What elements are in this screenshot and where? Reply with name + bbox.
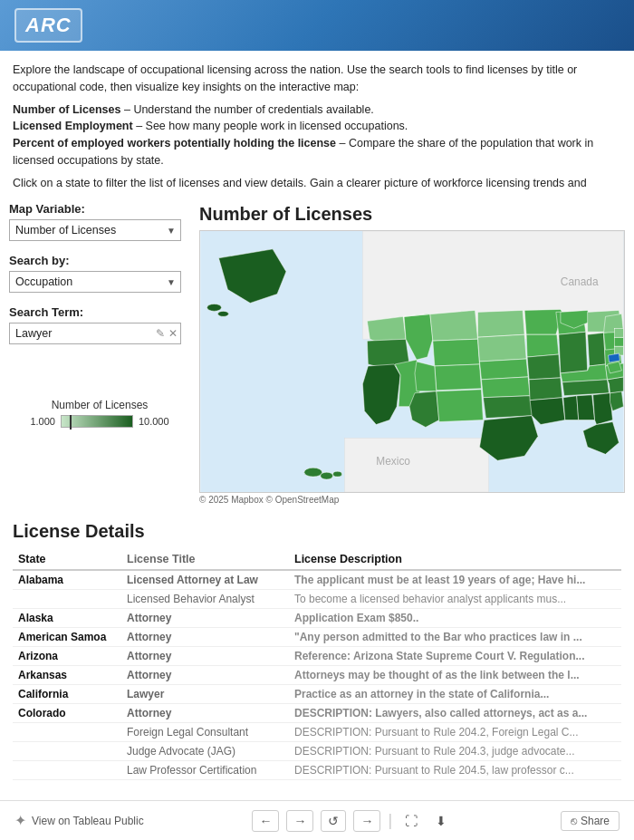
search-by-dropdown-wrapper: Occupation SOC Code License Title ▼ [9, 271, 181, 293]
table-row[interactable]: Foreign Legal ConsultantDESCRIPTION: Pur… [13, 723, 621, 742]
new-mexico-state[interactable] [437, 390, 484, 422]
col-header-state: State [13, 549, 121, 570]
map-container[interactable]: Canada Mexico [199, 230, 625, 493]
main-layout: Map Variable: Number of Licenses License… [0, 202, 634, 514]
legend: Number of Licenses 1.000 10.000 [9, 399, 190, 428]
table-row[interactable]: Law Professor CertificationDESCRIPTION: … [13, 761, 621, 780]
right-panel: Number of Licenses Canada Mexico [199, 202, 625, 505]
legend-title: Number of Licenses [9, 399, 190, 411]
cell-state: American Samoa [13, 628, 121, 647]
table-row[interactable]: ColoradoAttorneyDESCRIPTION: Lawyers, al… [13, 704, 621, 723]
bottom-right: ⎋ Share [561, 811, 620, 831]
license-details-title: License Details [13, 521, 621, 542]
cell-title: Attorney [121, 628, 289, 647]
cell-desc: To become a licensed behavior analyst ap… [289, 590, 621, 609]
col-header-title: License Title [121, 549, 289, 570]
bullet1-bold: Number of Licenses [13, 103, 120, 116]
tableau-link[interactable]: ✦ View on Tableau Public [14, 812, 144, 829]
map-variable-group: Map Variable: Number of Licenses License… [9, 202, 190, 241]
cell-desc: DESCRIPTION: Pursuant to Rule 204.3, jud… [289, 742, 621, 761]
bullet3-bold: Percent of employed workers potentially … [13, 137, 336, 150]
table-row[interactable]: American SamoaAttorney"Any person admitt… [13, 628, 621, 647]
cell-desc: Application Exam $850.. [289, 609, 621, 628]
kansas-state[interactable] [481, 377, 530, 398]
tableau-label[interactable]: View on Tableau Public [32, 815, 144, 827]
north-dakota-state[interactable] [477, 311, 524, 338]
cell-state: Colorado [13, 704, 121, 723]
arkansas-state[interactable] [529, 378, 562, 401]
indiana-state[interactable] [588, 333, 606, 366]
intro-paragraph2: Click on a state to filter the list of l… [13, 175, 621, 192]
map-title: Number of Licenses [199, 204, 625, 225]
cell-title: Lawyer [121, 685, 289, 704]
cell-title: Attorney [121, 609, 289, 628]
map-variable-select[interactable]: Number of Licenses Licensed Employment P… [9, 219, 181, 241]
maryland-state[interactable] [608, 353, 620, 362]
colorado-state[interactable] [435, 364, 482, 391]
search-by-select[interactable]: Occupation SOC Code License Title [9, 271, 181, 293]
cell-title: Licensed Attorney at Law [121, 570, 289, 590]
mississippi-state[interactable] [563, 396, 579, 420]
delaware-state[interactable] [614, 337, 623, 346]
left-panel: Map Variable: Number of Licenses License… [9, 202, 190, 505]
intro-section: Explore the landscape of occupational li… [0, 51, 634, 202]
table-header-row: State License Title License Description [13, 549, 621, 570]
cell-state: California [13, 685, 121, 704]
nav-back-button[interactable]: ← [252, 810, 279, 832]
connecticut-state[interactable] [614, 329, 623, 338]
iowa-state[interactable] [526, 334, 559, 357]
table-row[interactable]: Licensed Behavior AnalystTo become a lic… [13, 590, 621, 609]
cell-title: Attorney [121, 647, 289, 666]
table-row[interactable]: ArkansasAttorneyAttorneys may be thought… [13, 666, 621, 685]
cell-desc: DESCRIPTION: Pursuant to Rule 204.5, law… [289, 761, 621, 780]
south-dakota-state[interactable] [477, 334, 526, 362]
table-row[interactable]: AlabamaLicensed Attorney at LawThe appli… [13, 570, 621, 590]
bullet2-desc: – See how many people work in licensed o… [133, 120, 408, 132]
table-row[interactable]: Judge Advocate (JAG)DESCRIPTION: Pursuan… [13, 742, 621, 761]
cell-title: Attorney [121, 666, 289, 685]
nav-redo-button[interactable]: → [353, 810, 380, 832]
svg-point-7 [304, 468, 322, 477]
download-button[interactable]: ⬇ [430, 811, 452, 831]
cell-desc: The applicant must be at least 19 years … [289, 570, 621, 590]
legend-min: 1.000 [30, 416, 55, 427]
cell-desc: Practice as an attorney in the state of … [289, 685, 621, 704]
cell-title: Attorney [121, 704, 289, 723]
map-variable-dropdown-wrapper: Number of Licenses Licensed Employment P… [9, 219, 181, 241]
georgia-state[interactable] [593, 393, 613, 425]
cell-desc: DESCRIPTION: Lawyers, also called attorn… [289, 704, 621, 723]
intro-bullets: Number of Licenses – Understand the numb… [13, 101, 621, 169]
svg-point-8 [321, 472, 333, 479]
wyoming-state[interactable] [433, 339, 480, 366]
utah-state[interactable] [415, 362, 437, 391]
nav-forward-button[interactable]: → [286, 810, 313, 832]
cell-state [13, 742, 121, 761]
cell-desc: Attorneys may be thought of as the link … [289, 666, 621, 685]
search-input-icons: ✎ ✕ [156, 327, 178, 340]
cell-state [13, 761, 121, 780]
edit-icon[interactable]: ✎ [156, 327, 165, 340]
missouri-state[interactable] [527, 354, 561, 380]
bullet1-desc: – Understand the number of credentials a… [120, 103, 373, 116]
alabama-state[interactable] [577, 395, 595, 420]
cell-desc: DESCRIPTION: Pursuant to Rule 204.2, For… [289, 723, 621, 742]
license-section: License Details State License Title Lice… [0, 514, 634, 835]
clear-icon[interactable]: ✕ [168, 327, 178, 340]
cell-title: Law Professor Certification [121, 761, 289, 780]
illinois-state[interactable] [559, 332, 588, 373]
table-row[interactable]: ArizonaAttorneyReference: Arizona State … [13, 647, 621, 666]
nav-undo-button[interactable]: ↺ [321, 810, 346, 832]
cell-desc: Reference: Arizona State Supreme Court V… [289, 647, 621, 666]
header: ARC [0, 0, 634, 51]
search-term-group: Search Term: ✎ ✕ [9, 305, 190, 344]
fullscreen-button[interactable]: ⛶ [399, 811, 423, 831]
legend-max: 10.000 [139, 416, 169, 427]
oklahoma-state[interactable] [483, 396, 533, 419]
share-button[interactable]: ⎋ Share [561, 811, 620, 831]
nebraska-state[interactable] [479, 359, 528, 380]
col-header-desc: License Description [289, 549, 621, 570]
table-row[interactable]: AlaskaAttorneyApplication Exam $850.. [13, 609, 621, 628]
tennessee-state[interactable] [562, 380, 610, 396]
table-row[interactable]: CaliforniaLawyerPractice as an attorney … [13, 685, 621, 704]
svg-point-6 [217, 312, 228, 317]
